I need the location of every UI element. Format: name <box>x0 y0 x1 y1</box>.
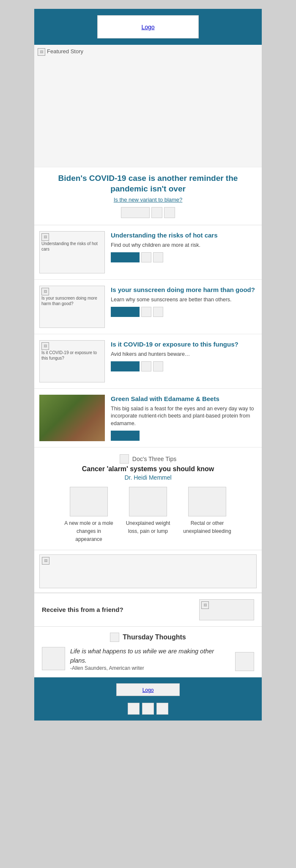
sunscreen-broken-icon: 🖼 <box>41 288 49 295</box>
share-btn-hot-cars[interactable] <box>111 252 140 262</box>
article-thumb-fungus: 🖼 Is it COVID-19 or exposure to this fun… <box>39 340 105 382</box>
docs-author: Dr. Heidi Memmel <box>42 474 254 481</box>
thursday-quote: Life is what happens to us while we are … <box>70 647 230 666</box>
thursday-calendar-icon <box>110 633 119 642</box>
tips-grid: A new mole or a mole changes in appearan… <box>42 487 254 543</box>
footer-facebook-icon[interactable] <box>128 703 140 715</box>
article-content-sunscreen: Is your sunscreen doing more harm than g… <box>111 286 257 317</box>
tw-btn-hot-cars[interactable] <box>153 252 163 262</box>
fb-btn-sunscreen[interactable] <box>141 307 151 317</box>
sunscreen-thumb-label: Is your sunscreen doing more harm than g… <box>41 295 103 306</box>
hot-cars-broken-icon: 🖼 <box>41 233 49 241</box>
featured-fb-icon[interactable] <box>151 207 162 218</box>
article-desc-fungus: Avid hikers and hunters beware… <box>111 351 257 358</box>
share-btn-fungus[interactable] <box>111 361 140 371</box>
tip-item-0: A new mole or a mole changes in appearan… <box>63 487 114 543</box>
article-thumb-hot-cars: 🖼 Understanding the risks of hot cars <box>39 231 105 273</box>
article-share-salad <box>111 431 257 441</box>
featured-headline-section: Biden's COVID-19 case is another reminde… <box>34 167 262 225</box>
footer-logo-wrap: Logo <box>40 683 256 699</box>
article-desc-salad: This big salad is a feast for the eyes a… <box>111 405 257 428</box>
tip-label-2: Rectal or other unexplained bleeding <box>183 520 231 534</box>
docs-tips-header: Doc's Three Tips <box>42 454 254 464</box>
article-row-hot-cars: 🖼 Understanding the risks of hot cars Un… <box>34 225 262 280</box>
tip-label-0: A new mole or a mole changes in appearan… <box>64 520 113 542</box>
docs-tips-section: Doc's Three Tips Cancer 'alarm' systems … <box>34 448 262 550</box>
article-title-salad[interactable]: Green Salad with Edamame & Beets <box>111 395 257 403</box>
article-desc-sunscreen: Learn why some sunscreens are better tha… <box>111 296 257 304</box>
email-container: Logo 🖼 Featured Story Biden's COVID-19 c… <box>34 8 262 721</box>
thursday-thoughts-section: Thursday Thoughts Life is what happens t… <box>34 627 262 678</box>
footer-social-icons <box>40 703 256 715</box>
featured-share-button[interactable] <box>121 207 150 218</box>
thursday-title: Thursday Thoughts <box>123 633 186 641</box>
article-row-fungus: 🖼 Is it COVID-19 or exposure to this fun… <box>34 334 262 389</box>
article-thumb-salad <box>39 395 105 441</box>
broken-image-icon: 🖼 <box>38 48 45 56</box>
article-title-fungus[interactable]: Is it COVID-19 or exposure to this fungu… <box>111 340 257 349</box>
featured-share-icons <box>42 207 254 218</box>
hot-cars-thumb-label: Understanding the risks of hot cars <box>41 241 103 252</box>
fb-btn-fungus[interactable] <box>141 361 151 371</box>
salad-image <box>39 395 105 441</box>
fungus-thumb-label: Is it COVID-19 or exposure to this fungu… <box>41 350 103 361</box>
ad-image[interactable]: 🖼 <box>39 554 257 588</box>
footer-twitter-icon[interactable] <box>142 703 154 715</box>
article-title-sunscreen[interactable]: Is your sunscreen doing more harm than g… <box>111 286 257 294</box>
article-content-salad: Green Salad with Edamame & Beets This bi… <box>111 395 257 441</box>
featured-image-placeholder: 🖼 <box>34 45 262 167</box>
tw-btn-fungus[interactable] <box>153 361 163 371</box>
tip-img-2 <box>188 487 226 516</box>
article-share-fungus <box>111 361 257 371</box>
featured-subtitle[interactable]: Is the new variant to blame? <box>42 197 254 203</box>
featured-image-section: 🖼 Featured Story <box>34 45 262 167</box>
thursday-header: Thursday Thoughts <box>42 633 254 642</box>
article-content-fungus: Is it COVID-19 or exposure to this fungu… <box>111 340 257 371</box>
receive-text: Receive this from a friend? <box>42 606 123 613</box>
tip-img-0 <box>70 487 108 516</box>
ad-broken-icon: 🖼 <box>42 557 49 565</box>
fb-btn-hot-cars[interactable] <box>141 252 151 262</box>
footer-instagram-icon[interactable] <box>156 703 168 715</box>
featured-story-label: Featured Story <box>47 48 83 55</box>
thursday-avatar <box>42 647 65 670</box>
article-title-hot-cars[interactable]: Understanding the risks of hot cars <box>111 231 257 240</box>
thursday-right-image <box>235 652 254 671</box>
article-content-hot-cars: Understanding the risks of hot cars Find… <box>111 231 257 262</box>
docs-section-label: Doc's Three Tips <box>132 456 176 462</box>
fungus-broken-icon: 🖼 <box>41 342 49 350</box>
receive-image[interactable]: 🖼 <box>199 599 254 620</box>
tip-item-2: Rectal or other unexplained bleeding <box>182 487 233 543</box>
ad-banner: 🖼 <box>34 550 262 593</box>
article-thumb-sunscreen: 🖼 Is your sunscreen doing more harm than… <box>39 286 105 328</box>
featured-title[interactable]: Biden's COVID-19 case is another reminde… <box>42 173 254 194</box>
tip-img-1 <box>129 487 167 516</box>
share-btn-sunscreen[interactable] <box>111 307 140 317</box>
header-logo[interactable]: Logo <box>97 15 199 38</box>
article-share-sunscreen <box>111 307 257 317</box>
receive-row: Receive this from a friend? 🖼 <box>34 593 262 627</box>
docs-icon <box>120 454 129 464</box>
tip-item-1: Unexplained weight loss, pain or lump <box>123 487 173 543</box>
thursday-quote-wrap: Life is what happens to us while we are … <box>70 647 230 671</box>
thursday-body: Life is what happens to us while we are … <box>42 647 254 671</box>
article-share-hot-cars <box>111 252 257 262</box>
tw-btn-sunscreen[interactable] <box>153 307 163 317</box>
tip-label-1: Unexplained weight loss, pain or lump <box>126 520 170 534</box>
article-desc-hot-cars: Find out why children are more at risk. <box>111 242 257 249</box>
article-row-salad: Green Salad with Edamame & Beets This bi… <box>34 389 262 448</box>
footer: Logo <box>34 677 262 721</box>
article-row-sunscreen: 🖼 Is your sunscreen doing more harm than… <box>34 280 262 334</box>
receive-broken-icon: 🖼 <box>201 601 209 609</box>
thursday-attribution: -Allen Saunders, American writer <box>70 665 230 671</box>
footer-logo[interactable]: Logo <box>116 683 180 696</box>
docs-headline: Cancer 'alarm' systems you should know <box>42 465 254 473</box>
header: Logo <box>34 9 262 45</box>
share-btn-salad[interactable] <box>111 431 140 441</box>
featured-tw-icon[interactable] <box>164 207 175 218</box>
